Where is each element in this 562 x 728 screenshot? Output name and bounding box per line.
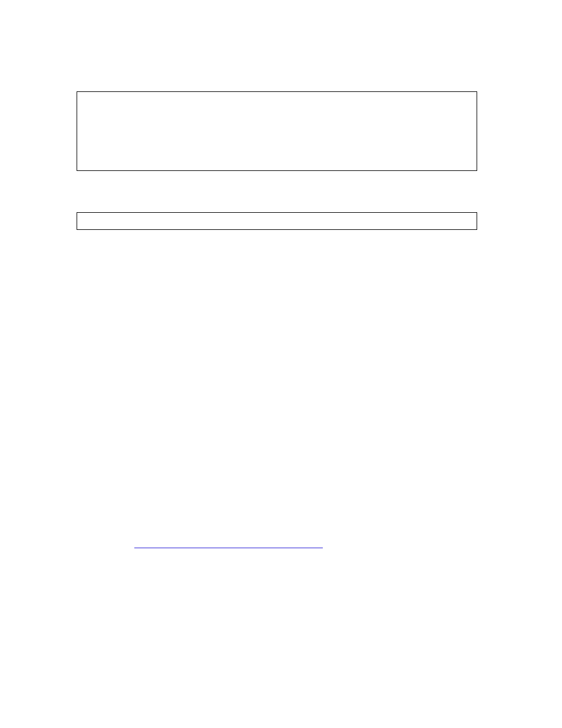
document-page bbox=[0, 0, 562, 728]
text-box-large bbox=[77, 91, 477, 171]
hyperlink-underline[interactable] bbox=[134, 548, 323, 548]
text-box-small bbox=[77, 212, 477, 230]
